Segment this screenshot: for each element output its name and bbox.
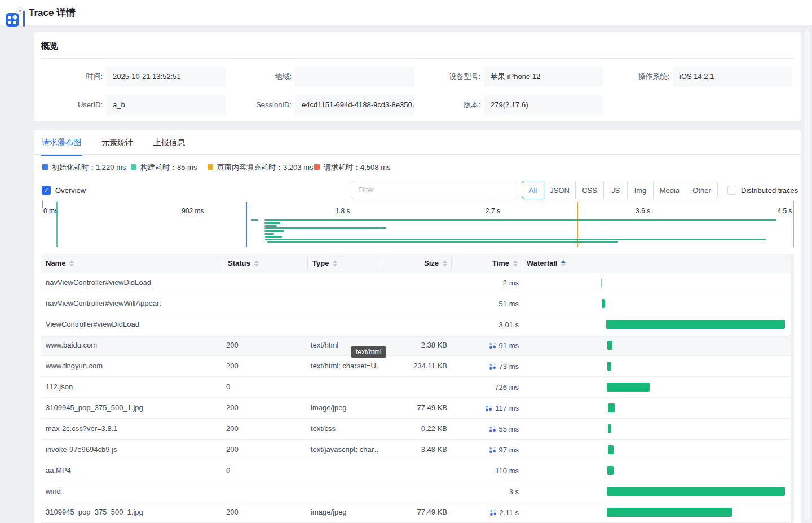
table-row[interactable]: max-2c.css?ver=3.8.1200text/css0.22 KB55…	[41, 419, 793, 440]
timeline-tick	[793, 201, 795, 247]
field-value: 2025-10-21 13:52:51	[106, 67, 226, 87]
column-label: Name	[46, 259, 65, 267]
cell-type	[307, 314, 379, 335]
column-divider	[451, 257, 452, 269]
page-scrollbar[interactable]	[805, 27, 809, 521]
cell-time: 2.11 s	[451, 502, 522, 522]
cell-time: 97 ms	[451, 440, 522, 460]
widget-glyph-square-1	[8, 16, 11, 19]
filter-input[interactable]	[351, 181, 517, 199]
sort-desc-icon	[561, 264, 566, 267]
filter-other-button[interactable]: Other	[686, 181, 718, 199]
filter-all-button[interactable]: All	[522, 181, 544, 199]
sort-icon[interactable]	[561, 260, 566, 267]
timing-detail-icon[interactable]	[489, 425, 496, 433]
filter-json-button[interactable]: JSON	[544, 181, 576, 199]
sort-icon[interactable]	[254, 260, 259, 267]
distributed-traces-checkbox[interactable]	[727, 186, 736, 195]
table-row[interactable]: www.tingyun.com200text/html; charset=U…2…	[41, 356, 793, 377]
column-header-name[interactable]: Name	[41, 254, 223, 273]
table-row[interactable]: www.baidu.com200text/html2.38 KB91 ms	[41, 335, 793, 356]
field-label: 版本:	[418, 95, 480, 115]
waterfall-bar	[607, 487, 785, 496]
table-row[interactable]: 3109945_pop_375_500_1.jpg200image/jpeg77…	[41, 398, 793, 419]
column-header-status[interactable]: Status	[223, 254, 307, 273]
time-value: 91 ms	[499, 341, 519, 350]
overview-field: 版本:279(2.17.6)	[418, 95, 607, 115]
filter-img-button[interactable]: Img	[627, 181, 654, 199]
sort-icon[interactable]	[443, 260, 447, 267]
column-divider	[307, 257, 308, 269]
field-value: iOS 14.2.1	[673, 67, 792, 87]
sort-icon[interactable]	[333, 260, 337, 267]
title-accent-bar	[23, 11, 25, 27]
cell-time: 73 ms	[451, 356, 522, 376]
column-label: Waterfall	[527, 259, 557, 267]
legend-swatch	[314, 164, 320, 170]
cell-size	[379, 293, 451, 314]
overview-title: 概览	[41, 41, 58, 51]
table-row[interactable]: aa.MP40110 ms	[41, 460, 793, 481]
column-label: Time	[492, 259, 509, 267]
timeline-overview-chart[interactable]: 0 ms902 ms1.8 s2.7 s3.6 s4.5 s	[41, 201, 795, 249]
table-row[interactable]: navViewController#viewWillAppear:51 ms	[41, 293, 793, 314]
overview-checkbox[interactable]: ✓	[42, 186, 51, 195]
timeline-tick-label: 4.5 s	[778, 207, 792, 215]
column-header-time[interactable]: Time	[451, 254, 522, 273]
table-row[interactable]: 112.json0726 ms	[41, 377, 793, 398]
tab-element-stats[interactable]: 元素统计	[100, 135, 134, 156]
sort-asc-icon	[254, 260, 259, 263]
cell-status	[223, 314, 307, 335]
timing-detail-icon[interactable]	[489, 509, 497, 516]
sort-icon[interactable]	[69, 260, 74, 267]
filter-js-button[interactable]: JS	[603, 181, 628, 199]
table-row[interactable]: 3109945_pop_375_500_1.jpg200image/jpeg77…	[41, 502, 793, 523]
cell-waterfall	[522, 460, 793, 481]
column-header-size[interactable]: Size	[379, 254, 451, 273]
table-row[interactable]: wind3 s	[41, 481, 793, 502]
distributed-traces-label: Distributed traces	[741, 186, 798, 195]
cell-waterfall	[522, 335, 793, 355]
table-row[interactable]: navViewController#viewDidLoad2 ms	[41, 273, 793, 293]
cell-time: 2 ms	[451, 273, 522, 293]
timing-detail-icon[interactable]	[489, 342, 496, 349]
timing-detail-icon[interactable]	[489, 363, 496, 370]
time-value: 3.01 s	[499, 320, 519, 329]
column-header-waterfall[interactable]: Waterfall	[522, 254, 793, 273]
legend-swatch	[208, 164, 213, 170]
cell-type	[307, 273, 379, 293]
cell-name: invoke-97e9694cb9.js	[41, 440, 223, 460]
sort-asc-icon	[333, 260, 337, 263]
time-value: 73 ms	[499, 362, 519, 371]
cell-waterfall	[522, 314, 793, 335]
cell-size	[379, 460, 451, 481]
cell-time: 3.01 s	[451, 314, 522, 335]
tab-report-info[interactable]: 上报信息	[152, 135, 186, 156]
cell-status	[223, 273, 307, 293]
cell-status: 200	[223, 440, 307, 460]
waterfall-bar	[601, 278, 602, 287]
cell-waterfall	[522, 398, 793, 418]
field-label: UserID:	[41, 95, 103, 115]
table-row[interactable]: ViewController#viewDidLoad3.01 s	[41, 314, 793, 335]
sort-desc-icon	[254, 264, 259, 267]
sort-icon[interactable]	[513, 260, 518, 267]
cell-status: 0	[223, 377, 307, 397]
widget-app-icon[interactable]	[6, 13, 19, 27]
cell-time: 55 ms	[451, 419, 522, 439]
cell-waterfall	[522, 440, 793, 460]
type-filter-group: AllJSONCSSJSImgMediaOther	[522, 181, 718, 199]
filter-css-button[interactable]: CSS	[575, 181, 604, 199]
mini-waterfall-bar	[264, 219, 776, 221]
filter-media-button[interactable]: Media	[653, 181, 686, 199]
timing-detail-icon[interactable]	[485, 405, 492, 412]
tab-request-waterfall[interactable]: 请求瀑布图	[41, 135, 82, 156]
cell-type	[307, 460, 379, 481]
legend-swatch	[42, 164, 48, 170]
cell-type: image/jpeg	[307, 398, 379, 418]
cell-name: 112.json	[41, 377, 223, 397]
column-header-type[interactable]: Type	[307, 254, 379, 273]
table-row[interactable]: invoke-97e9694cb9.js200text/javascript; …	[41, 440, 793, 460]
table-scrollbar[interactable]	[791, 254, 794, 523]
timing-detail-icon[interactable]	[489, 446, 496, 454]
